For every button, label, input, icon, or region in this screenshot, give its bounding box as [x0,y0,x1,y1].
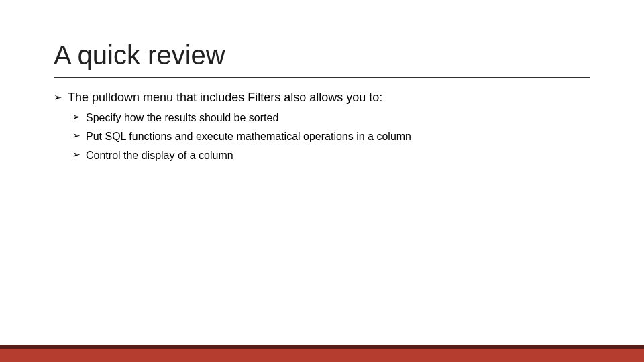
chevron-right-icon: ➢ [72,129,80,143]
chevron-right-icon: ➢ [54,90,62,105]
slide-footer-band [0,345,644,362]
slide-title: A quick review [54,40,590,78]
chevron-right-icon: ➢ [72,148,80,162]
bullet-main-text: The pulldown menu that includes Filters … [68,90,382,105]
bullet-sub: ➢ Control the display of a column [72,148,590,163]
chevron-right-icon: ➢ [72,111,80,124]
bullet-sub: ➢ Put SQL functions and execute mathemat… [72,129,590,144]
bullet-sub-text: Specify how the results should be sorted [86,111,278,125]
bullet-sub-text: Control the display of a column [86,148,233,163]
bullet-sub-text: Put SQL functions and execute mathematic… [86,129,411,144]
footer-band-bottom [0,349,644,362]
bullet-sub: ➢ Specify how the results should be sort… [72,111,590,125]
slide-content: A quick review ➢ The pulldown menu that … [0,0,644,162]
bullet-main: ➢ The pulldown menu that includes Filter… [54,90,590,105]
